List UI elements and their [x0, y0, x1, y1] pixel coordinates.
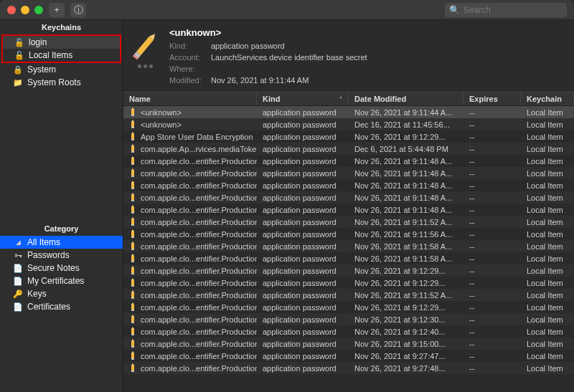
category-item[interactable]: My Certificates — [0, 274, 123, 287]
keychain-system-roots[interactable]: System Roots — [0, 76, 123, 89]
table-row[interactable]: com.apple.clo...entifier.Productionappli… — [123, 167, 574, 179]
pencil-icon — [129, 351, 136, 361]
table-body[interactable]: <unknown>application passwordNov 26, 202… — [123, 106, 574, 392]
table-row[interactable]: com.apple.clo...entifier.Productionappli… — [123, 216, 574, 228]
table-row[interactable]: com.apple.clo...entifier.Productionappli… — [123, 338, 574, 350]
info-button[interactable]: ⓘ — [70, 3, 86, 17]
row-name-text: <unknown> — [141, 108, 182, 117]
svg-marker-49 — [131, 290, 134, 292]
zoom-window-button[interactable] — [34, 6, 43, 14]
column-keychain[interactable]: Keychain — [521, 92, 574, 105]
cell-expires: -- — [464, 193, 521, 202]
search-icon: 🔍 — [449, 5, 460, 15]
cell-kind: application password — [257, 230, 349, 239]
svg-rect-69 — [131, 371, 134, 372]
sort-indicator-icon: ˄ — [339, 96, 342, 102]
table-row[interactable]: com.apple.clo...entifier.Productionappli… — [123, 240, 574, 252]
pencil-icon — [129, 156, 136, 166]
cell-keychain: Local Item — [521, 218, 574, 226]
search-input[interactable] — [464, 5, 571, 15]
category-label: Certificates — [27, 302, 70, 312]
table-row[interactable]: com.apple.clo...entifier.Productionappli… — [123, 191, 574, 204]
table-row[interactable]: com.apple.clo...entifier.Productionappli… — [123, 313, 574, 325]
table-row[interactable]: com.apple.clo...entifier.Productionappli… — [123, 179, 574, 191]
pencil-icon — [129, 266, 136, 276]
table-row[interactable]: com.apple.clo...entifier.Productionappli… — [123, 204, 574, 216]
svg-marker-28 — [131, 205, 134, 207]
pencil-icon — [129, 254, 136, 264]
column-expires[interactable]: Expires — [464, 92, 521, 105]
table-row[interactable]: <unknown>application passwordNov 26, 202… — [123, 106, 574, 118]
table-row[interactable]: com.apple.clo...entifier.Productionappli… — [123, 277, 574, 289]
cell-kind: application password — [257, 364, 349, 373]
cell-expires: -- — [464, 340, 521, 348]
cell-keychain: Local Item — [521, 145, 574, 153]
category-item[interactable]: Passwords — [0, 249, 123, 262]
close-window-button[interactable] — [7, 6, 16, 14]
keychains-header: Keychains — [0, 20, 123, 34]
table-row[interactable]: com.apple.clo...entifier.Productionappli… — [123, 325, 574, 338]
cell-expires: -- — [464, 303, 521, 312]
table-row[interactable]: com.apple.clo...entifier.Productionappli… — [123, 301, 574, 313]
keychain-local-items[interactable]: Local Items — [3, 49, 120, 62]
detail-modified-value: Nov 26, 2021 at 9:11:44 AM — [211, 75, 309, 86]
table-row[interactable]: com.apple.clo...entifier.Productionappli… — [123, 264, 574, 277]
table-row[interactable]: com.apple.clo...entifier.Productionappli… — [123, 350, 574, 362]
cell-name: com.apple.clo...entifier.Production — [123, 290, 257, 300]
svg-marker-22 — [131, 181, 134, 183]
svg-rect-66 — [131, 358, 134, 360]
table-row[interactable]: <unknown>application passwordDec 16, 202… — [123, 118, 574, 130]
column-kind[interactable]: Kind ˄ — [257, 92, 349, 105]
svg-rect-65 — [131, 353, 134, 358]
svg-rect-24 — [131, 188, 134, 189]
row-name-text: com.apple.clo...entifier.Production — [141, 340, 257, 348]
category-item[interactable]: Keys — [0, 287, 123, 300]
detail-where-label: Where: — [169, 63, 207, 75]
table-row[interactable]: com.apple.clo...entifier.Productionappli… — [123, 252, 574, 264]
search-field[interactable]: 🔍 — [445, 3, 567, 17]
row-name-text: com.apple.clo...entifier.Production — [141, 169, 257, 178]
cell-date: Nov 26, 2021 at 9:11:58 A... — [349, 254, 464, 263]
detail-account-label: Account: — [169, 52, 207, 63]
row-name-text: com.apple.clo...entifier.Production — [141, 206, 257, 214]
cell-expires: -- — [464, 328, 521, 336]
cell-kind: application password — [257, 242, 349, 251]
category-item[interactable]: Certificates — [0, 300, 123, 313]
cell-keychain: Local Item — [521, 108, 574, 117]
table-row[interactable]: com.apple.Ap...rvices.mediaTokenapplicat… — [123, 143, 574, 155]
cell-kind: application password — [257, 315, 349, 324]
category-label: My Certificates — [27, 276, 84, 286]
category-item[interactable]: Secure Notes — [0, 262, 123, 274]
svg-marker-16 — [131, 156, 134, 158]
cell-kind: application password — [257, 328, 349, 336]
table-row[interactable]: com.apple.clo...entifier.Productionappli… — [123, 228, 574, 240]
table-row[interactable]: com.apple.clo...entifier.Productionappli… — [123, 362, 574, 374]
svg-rect-57 — [131, 322, 134, 323]
cell-name: com.apple.clo...entifier.Production — [123, 315, 257, 325]
pencil-icon — [129, 168, 136, 178]
table-row[interactable]: App Store User Data Encryptionapplicatio… — [123, 130, 574, 143]
cell-expires: -- — [464, 364, 521, 373]
minimize-window-button[interactable] — [21, 6, 29, 14]
add-button[interactable]: + — [49, 3, 65, 17]
column-date-modified[interactable]: Date Modified — [349, 92, 464, 105]
keychain-label: Local Items — [29, 50, 72, 60]
cell-keychain: Local Item — [521, 315, 574, 324]
svg-marker-19 — [131, 168, 134, 171]
row-name-text: com.apple.clo...entifier.Production — [141, 157, 257, 166]
row-name-text: com.apple.clo...entifier.Production — [141, 303, 257, 312]
row-name-text: App Store User Data Encryption — [141, 133, 253, 141]
svg-rect-44 — [131, 268, 134, 273]
table-row[interactable]: com.apple.clo...entifier.Productionappli… — [123, 155, 574, 167]
table-row[interactable]: com.apple.clo...entifier.Productionappli… — [123, 289, 574, 301]
keychain-login[interactable]: login — [3, 36, 120, 49]
svg-rect-12 — [131, 139, 134, 140]
svg-marker-10 — [131, 132, 134, 134]
category-item[interactable]: All Items — [0, 236, 123, 249]
cell-name: com.apple.clo...entifier.Production — [123, 242, 257, 252]
keychain-system[interactable]: System — [0, 63, 123, 76]
column-name[interactable]: Name — [123, 92, 257, 105]
cell-keychain: Local Item — [521, 193, 574, 202]
row-name-text: com.apple.clo...entifier.Production — [141, 315, 257, 324]
unlocked-lock-icon — [14, 50, 24, 60]
